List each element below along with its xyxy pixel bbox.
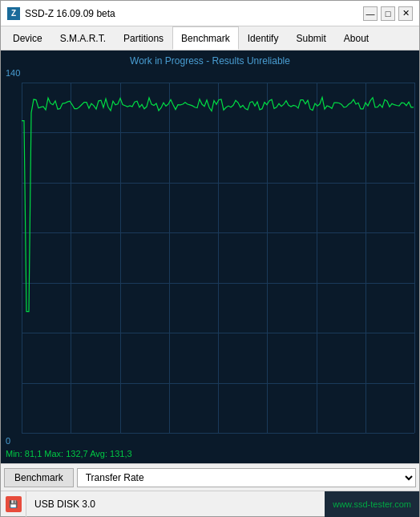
y-axis-max: 140 [6,68,20,78]
menu-item-benchmark[interactable]: Benchmark [172,26,239,50]
close-button[interactable]: ✕ [398,6,413,21]
menu-item-smart[interactable]: S.M.A.R.T. [51,26,115,50]
menu-item-about[interactable]: About [335,26,378,50]
status-bar: 💾 USB DISK 3.0 www.ssd-tester.com [1,491,419,516]
chart-title: Work in Progress - Results Unreliable [1,55,419,67]
app-icon: Z [7,7,20,20]
chart-type-select[interactable]: Transfer Rate Access Time Burst Rate [77,468,416,487]
menu-item-identify[interactable]: Identify [239,26,288,50]
chart-stats: Min: 81,1 Max: 132,7 Avg: 131,3 [6,449,132,458]
menu-item-device[interactable]: Device [4,26,51,50]
y-axis-min: 0 [6,436,10,446]
disk-icon-area: 💾 [1,491,26,517]
benchmark-chart [22,83,262,203]
disk-icon: 💾 [6,496,22,512]
bottom-bar: Benchmark Transfer Rate Access Time Burs… [1,463,419,491]
menu-item-submit[interactable]: Submit [287,26,334,50]
menu-item-partitions[interactable]: Partitions [115,26,172,50]
menu-bar: Device S.M.A.R.T. Partitions Benchmark I… [1,26,419,50]
dropdown-wrapper: Transfer Rate Access Time Burst Rate [77,468,416,487]
title-bar-left: Z SSD-Z 16.09.09 beta [7,7,115,20]
maximize-button[interactable]: □ [381,6,395,21]
chart-area: Work in Progress - Results Unreliable 14… [1,50,419,463]
app-window: Z SSD-Z 16.09.09 beta — □ ✕ Device S.M.A… [0,0,420,517]
website-url: www.ssd-tester.com [325,491,419,517]
window-controls: — □ ✕ [363,6,413,21]
window-title: SSD-Z 16.09.09 beta [25,8,115,19]
title-bar: Z SSD-Z 16.09.09 beta — □ ✕ [1,1,419,26]
minimize-button[interactable]: — [363,6,378,21]
disk-name: USB DISK 3.0 [26,499,325,510]
benchmark-button[interactable]: Benchmark [4,468,74,487]
